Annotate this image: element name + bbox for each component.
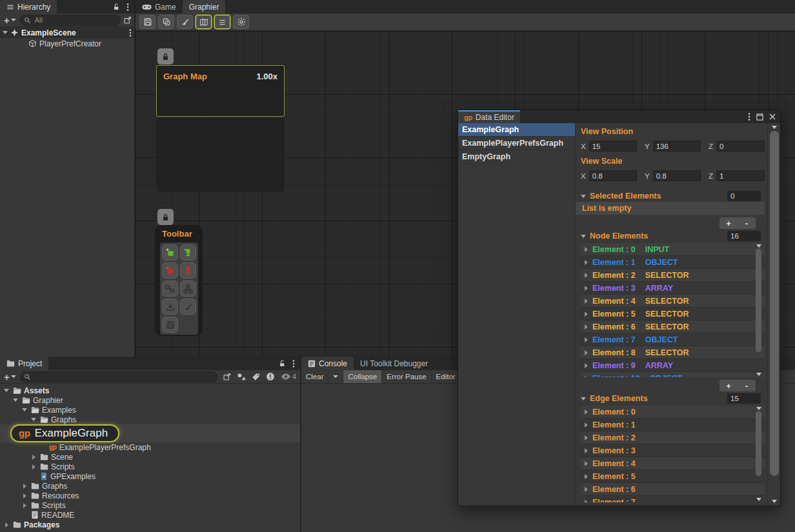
save-button[interactable] — [139, 15, 156, 29]
graph-map-lock-button[interactable] — [157, 48, 174, 64]
data-editor-titlebar[interactable]: gp Data Editor — [458, 110, 780, 123]
edge-element-row[interactable]: Element : 1 — [581, 419, 765, 431]
dragged-asset[interactable]: gpExampleGraph — [10, 424, 119, 442]
project-tree-row[interactable]: GPExamples — [0, 471, 300, 481]
disclosure-closed-icon[interactable] — [585, 376, 588, 378]
edge-element-row[interactable]: Element : 5 — [581, 470, 765, 483]
disclosure-closed-icon[interactable] — [585, 461, 588, 466]
twisty[interactable] — [21, 493, 28, 498]
gear-button[interactable] — [233, 15, 249, 29]
kebab-menu-icon[interactable] — [129, 28, 132, 37]
graph-map-panel[interactable]: Graph Map 1.00x — [156, 65, 285, 117]
disclosure-closed-icon[interactable] — [23, 493, 26, 498]
twisty[interactable] — [21, 408, 28, 411]
add-asset-button[interactable]: + — [3, 371, 17, 382]
twisty[interactable] — [3, 522, 10, 527]
disclosure-closed-icon[interactable] — [585, 363, 588, 368]
remove-element-button[interactable]: - — [738, 217, 756, 229]
edge-element-row[interactable]: Element : 4 — [581, 457, 765, 470]
selected-elements-count[interactable]: 0 — [727, 191, 761, 201]
tab-game[interactable]: Game — [136, 0, 183, 14]
scene-row[interactable]: ExampleScene — [0, 27, 134, 38]
twisty[interactable] — [30, 418, 37, 421]
add-element-button[interactable]: + — [720, 217, 738, 229]
node-alert-green-button[interactable] — [180, 244, 196, 261]
twisty[interactable] — [3, 389, 10, 392]
asset-filter-icon[interactable] — [237, 373, 246, 380]
error-pause-button[interactable]: Error Pause — [382, 370, 431, 383]
tab-project[interactable]: Project — [0, 357, 48, 370]
node-element-row[interactable]: Element : 9ARRAY — [581, 359, 765, 372]
toolbar-lock-button[interactable] — [157, 209, 174, 225]
project-tree-row[interactable]: README — [0, 510, 300, 520]
twisty[interactable] — [12, 399, 19, 402]
close-icon[interactable] — [769, 113, 776, 120]
edge-list-scrollbar[interactable] — [754, 406, 763, 502]
open-new-icon[interactable] — [223, 373, 231, 381]
scroll-up-icon[interactable] — [756, 244, 761, 248]
edge-element-row[interactable]: Element : 0 — [581, 406, 765, 419]
node-element-row[interactable]: Element : 10OBJECT — [581, 372, 765, 377]
maximize-icon[interactable] — [756, 113, 763, 121]
disclosure-closed-icon[interactable] — [585, 260, 588, 265]
disclosure-open-icon[interactable] — [31, 418, 36, 421]
node-alert-red-button[interactable] — [180, 262, 196, 279]
edge-element-row[interactable]: Element : 7 — [581, 496, 765, 502]
brush-dark-button[interactable] — [180, 299, 196, 315]
disclosure-closed-icon[interactable] — [32, 464, 35, 469]
graph-list-item[interactable]: ExampleGraph — [458, 123, 575, 137]
clear-button[interactable]: Clear — [301, 370, 328, 383]
project-tree-row[interactable]: Graphier — [0, 395, 300, 405]
project-tree-row[interactable]: Graphs — [0, 415, 300, 424]
scroll-up-icon[interactable] — [756, 407, 761, 410]
hierarchy-search-input[interactable] — [34, 15, 117, 25]
disclosure-closed-icon[interactable] — [585, 435, 588, 440]
project-tree-row[interactable]: Packages — [0, 520, 300, 529]
edge-element-row[interactable]: Element : 3 — [581, 444, 765, 457]
unlock-icon[interactable] — [278, 359, 286, 368]
node-elements-count[interactable]: 16 — [727, 231, 761, 241]
project-tree-row[interactable]: gpExamplePlayerPrefsGraph — [0, 442, 300, 452]
disclosure-open-icon[interactable] — [3, 31, 8, 34]
disclosure-open-icon[interactable] — [581, 195, 586, 198]
graph-list-item[interactable]: EmptyGraph — [458, 150, 575, 164]
node-element-row[interactable]: Element : 2SELECTOR — [581, 269, 765, 282]
disclosure-open-icon[interactable] — [581, 397, 586, 400]
tab-data-editor[interactable]: gp Data Editor — [458, 110, 520, 123]
twisty[interactable] — [30, 455, 37, 460]
kebab-menu-icon[interactable] — [292, 359, 295, 368]
alert-filter-icon[interactable] — [266, 372, 275, 381]
tab-graphier[interactable]: Graphier — [183, 0, 226, 14]
disclosure-closed-icon[interactable] — [585, 337, 588, 342]
disclosure-closed-icon[interactable] — [585, 422, 588, 428]
hierarchy-search[interactable] — [20, 15, 121, 26]
project-row-highlight[interactable]: gpExampleGraph — [0, 424, 300, 442]
gameobject-row[interactable]: PlayerPrefCreator — [0, 38, 134, 49]
disclosure-open-icon[interactable] — [22, 408, 27, 411]
twisty[interactable] — [21, 484, 28, 489]
brush-button[interactable] — [177, 15, 193, 29]
project-tree-row[interactable]: Assets — [0, 386, 300, 395]
project-tree-row[interactable]: Scripts — [0, 500, 300, 510]
scroll-thumb[interactable] — [756, 411, 761, 476]
map-button[interactable] — [196, 15, 212, 29]
scroll-down-icon[interactable] — [772, 500, 777, 503]
node-element-row[interactable]: Element : 1OBJECT — [581, 256, 765, 269]
edge-elements-header[interactable]: Edge Elements 15 — [581, 393, 765, 404]
disclosure-closed-icon[interactable] — [585, 273, 588, 278]
scroll-thumb[interactable] — [756, 249, 761, 352]
node-elements-header[interactable]: Node Elements 16 — [581, 230, 765, 242]
project-tree-row[interactable]: Scripts — [0, 462, 300, 471]
disclosure-closed-icon[interactable] — [585, 286, 588, 291]
selected-elements-header[interactable]: Selected Elements 0 — [581, 190, 765, 202]
twisty[interactable] — [30, 464, 37, 469]
org-chart-button[interactable] — [180, 281, 196, 297]
graph-map-viewport[interactable] — [156, 118, 285, 192]
project-search-input[interactable] — [34, 372, 214, 381]
edge-element-row[interactable]: Element : 6 — [581, 483, 765, 496]
unlock-icon[interactable] — [112, 3, 120, 11]
node-remove-button[interactable] — [162, 262, 178, 279]
tab-console[interactable]: Console — [301, 357, 354, 370]
disclosure-closed-icon[interactable] — [585, 409, 588, 415]
project-tree-row[interactable]: Resources — [0, 491, 300, 500]
